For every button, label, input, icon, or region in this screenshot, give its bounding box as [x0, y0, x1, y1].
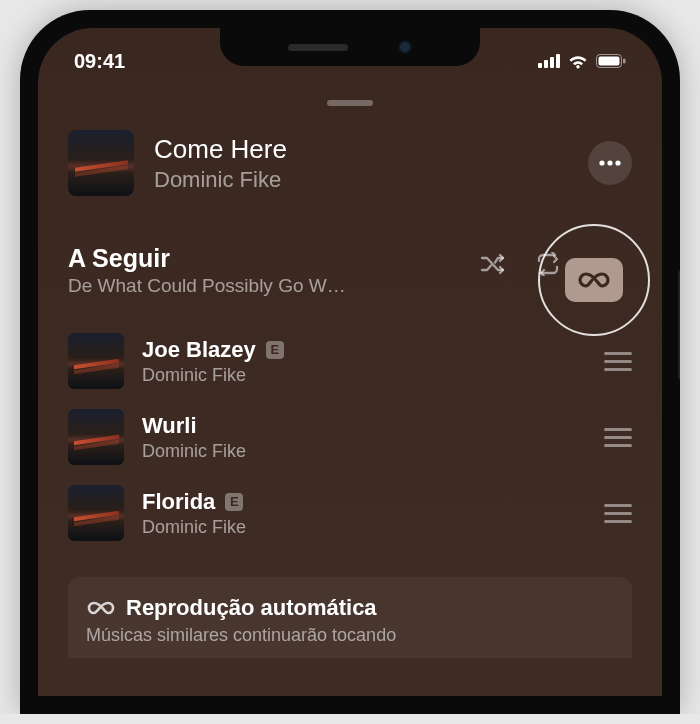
track-row[interactable]: Florida E Dominic Fike	[68, 475, 632, 551]
track-row[interactable]: Joe Blazey E Dominic Fike	[68, 323, 632, 399]
svg-rect-3	[556, 54, 560, 68]
status-time: 09:41	[74, 50, 125, 73]
front-camera	[398, 40, 412, 54]
side-button	[678, 270, 680, 380]
speaker-grille	[288, 44, 348, 51]
now-playing-artist: Dominic Fike	[154, 167, 568, 193]
now-playing-title: Come Here	[154, 134, 568, 165]
autoplay-button[interactable]	[565, 258, 623, 302]
explicit-badge: E	[266, 341, 284, 359]
screen: 09:41 Come Here Dominic Fike	[38, 28, 662, 696]
queue-subtitle: De What Could Possibly Go W…	[68, 275, 398, 297]
track-artist: Dominic Fike	[142, 365, 586, 386]
track-artist: Dominic Fike	[142, 517, 586, 538]
svg-point-7	[599, 160, 604, 165]
device-frame: 09:41 Come Here Dominic Fike	[20, 10, 680, 714]
battery-icon	[596, 54, 626, 68]
more-button[interactable]	[588, 141, 632, 185]
shuffle-icon[interactable]	[480, 252, 508, 276]
infinity-icon	[577, 271, 611, 289]
ellipsis-icon	[599, 160, 621, 166]
autoplay-subtitle: Músicas similares continuarão tocando	[86, 625, 614, 646]
wifi-icon	[567, 53, 589, 69]
now-playing-row[interactable]: Come Here Dominic Fike	[68, 130, 632, 196]
album-artwork	[68, 130, 134, 196]
svg-point-9	[615, 160, 620, 165]
infinity-icon	[86, 600, 116, 616]
autoplay-section: Reprodução automática Músicas similares …	[68, 577, 632, 658]
queue-header: A Seguir De What Could Possibly Go W…	[68, 244, 632, 297]
reorder-handle-icon[interactable]	[604, 504, 632, 523]
album-artwork	[68, 485, 124, 541]
explicit-badge: E	[225, 493, 243, 511]
track-title: Wurli	[142, 413, 197, 439]
notch	[220, 28, 480, 66]
svg-rect-6	[623, 59, 626, 64]
svg-rect-5	[599, 57, 620, 66]
track-title: Joe Blazey	[142, 337, 256, 363]
album-artwork	[68, 409, 124, 465]
queue-list: Joe Blazey E Dominic Fike Wurli Dominic …	[68, 323, 632, 551]
track-title: Florida	[142, 489, 215, 515]
repeat-icon[interactable]	[534, 252, 562, 276]
svg-rect-0	[538, 63, 542, 68]
svg-rect-2	[550, 57, 554, 68]
svg-rect-1	[544, 60, 548, 68]
callout-circle	[538, 224, 650, 336]
reorder-handle-icon[interactable]	[604, 428, 632, 447]
album-artwork	[68, 333, 124, 389]
cellular-icon	[538, 54, 560, 68]
queue-title: A Seguir	[68, 244, 480, 273]
autoplay-title: Reprodução automática	[126, 595, 377, 621]
svg-point-8	[607, 160, 612, 165]
track-artist: Dominic Fike	[142, 441, 586, 462]
sheet-grabber[interactable]	[327, 100, 373, 106]
reorder-handle-icon[interactable]	[604, 352, 632, 371]
track-row[interactable]: Wurli Dominic Fike	[68, 399, 632, 475]
